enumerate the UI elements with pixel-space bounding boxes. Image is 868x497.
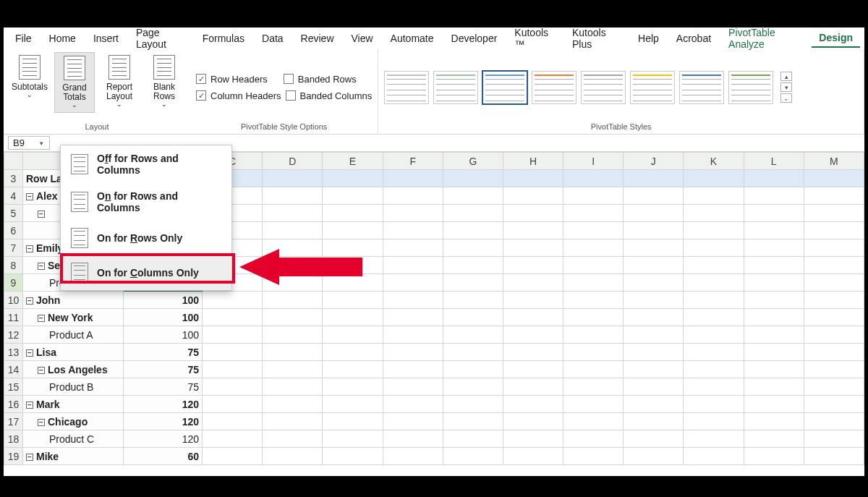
cell[interactable] bbox=[624, 257, 684, 274]
cell[interactable] bbox=[744, 413, 804, 430]
cell[interactable] bbox=[263, 274, 323, 292]
cell[interactable] bbox=[563, 326, 624, 344]
column-header[interactable]: F bbox=[383, 153, 443, 170]
grand-totals-onboth[interactable]: On for Rows and Columns bbox=[61, 183, 231, 221]
cell[interactable] bbox=[263, 361, 323, 378]
column-header[interactable]: I bbox=[563, 153, 624, 170]
cell[interactable] bbox=[263, 448, 323, 465]
row-header[interactable]: 14 bbox=[4, 361, 23, 378]
column-header[interactable]: L bbox=[744, 153, 804, 170]
pivot-row-label[interactable]: −Los Angeles bbox=[22, 361, 123, 378]
cell[interactable] bbox=[323, 344, 383, 361]
cell[interactable] bbox=[744, 170, 804, 187]
cell[interactable] bbox=[563, 274, 624, 292]
cell[interactable] bbox=[563, 413, 624, 430]
tab-kutools-plus[interactable]: Kutools Plus bbox=[565, 24, 628, 53]
cell[interactable] bbox=[503, 413, 563, 430]
pivot-style-thumb[interactable] bbox=[679, 71, 724, 104]
cell[interactable] bbox=[804, 430, 864, 448]
cell[interactable] bbox=[443, 396, 503, 413]
pivot-row-label[interactable]: −John bbox=[22, 292, 123, 309]
grand-totals-oncols[interactable]: On for Columns Only bbox=[61, 255, 231, 290]
cell[interactable] bbox=[563, 396, 624, 413]
cell[interactable] bbox=[624, 187, 684, 205]
cell[interactable] bbox=[203, 309, 263, 326]
cell[interactable] bbox=[443, 448, 503, 465]
cell[interactable] bbox=[624, 378, 684, 396]
cell[interactable] bbox=[624, 239, 684, 257]
cell[interactable] bbox=[563, 378, 624, 396]
cell[interactable] bbox=[383, 430, 443, 448]
cell[interactable] bbox=[684, 326, 744, 344]
cell[interactable] bbox=[804, 239, 864, 257]
cell[interactable] bbox=[443, 292, 503, 309]
cell[interactable] bbox=[563, 257, 624, 274]
column-header[interactable]: K bbox=[684, 153, 744, 170]
select-all-cell[interactable] bbox=[4, 153, 23, 170]
cell[interactable] bbox=[744, 396, 804, 413]
cell[interactable] bbox=[804, 326, 864, 344]
grand-totals-onrows[interactable]: On for Rows Only bbox=[61, 221, 231, 255]
cell[interactable] bbox=[563, 170, 624, 187]
styles-more-icon[interactable]: ⌄ bbox=[780, 93, 792, 103]
pivot-row-label[interactable]: −Lisa bbox=[22, 344, 123, 361]
cell[interactable] bbox=[804, 257, 864, 274]
pivot-row-label[interactable]: −Mark bbox=[22, 396, 123, 413]
cell[interactable] bbox=[443, 430, 503, 448]
cell[interactable] bbox=[383, 187, 443, 205]
collapse-icon[interactable]: − bbox=[26, 349, 33, 357]
pivot-row-label[interactable]: Product B bbox=[22, 378, 123, 396]
cell[interactable] bbox=[323, 170, 383, 187]
cell[interactable] bbox=[684, 257, 744, 274]
row-header[interactable]: 8 bbox=[4, 257, 23, 274]
styles-scroll-down-icon[interactable]: ▾ bbox=[780, 82, 792, 92]
cell[interactable] bbox=[624, 205, 684, 222]
row-header[interactable]: 7 bbox=[4, 239, 23, 257]
pivot-value-cell[interactable]: 60 bbox=[124, 448, 203, 465]
tab-automate[interactable]: Automate bbox=[383, 30, 441, 47]
cell[interactable] bbox=[263, 205, 323, 222]
cell[interactable] bbox=[383, 344, 443, 361]
cell[interactable] bbox=[263, 292, 323, 309]
cell[interactable] bbox=[684, 413, 744, 430]
tab-pivottable-analyze[interactable]: PivotTable Analyze bbox=[721, 24, 809, 53]
row-header[interactable]: 18 bbox=[4, 430, 23, 448]
cell[interactable] bbox=[443, 413, 503, 430]
cell[interactable] bbox=[383, 292, 443, 309]
cell[interactable] bbox=[563, 448, 624, 465]
pivottable-styles-gallery[interactable] bbox=[384, 71, 773, 104]
cell[interactable] bbox=[804, 361, 864, 378]
cell[interactable] bbox=[503, 309, 563, 326]
tab-file[interactable]: File bbox=[8, 30, 39, 47]
cell[interactable] bbox=[804, 170, 864, 187]
cell[interactable] bbox=[323, 361, 383, 378]
cell[interactable] bbox=[263, 344, 323, 361]
cell[interactable] bbox=[323, 326, 383, 344]
banded-rows-checkbox[interactable]: Banded Rows bbox=[284, 74, 357, 85]
cell[interactable] bbox=[323, 205, 383, 222]
cell[interactable] bbox=[684, 222, 744, 239]
cell[interactable] bbox=[563, 344, 624, 361]
pivot-style-thumb[interactable] bbox=[482, 71, 527, 104]
collapse-icon[interactable]: − bbox=[38, 419, 45, 426]
tab-kutools-[interactable]: Kutools ™ bbox=[507, 24, 562, 53]
report-layout-button[interactable]: Report Layout⌄ bbox=[99, 52, 140, 111]
cell[interactable] bbox=[323, 448, 383, 465]
cell[interactable] bbox=[684, 430, 744, 448]
collapse-icon[interactable]: − bbox=[26, 193, 33, 200]
cell[interactable] bbox=[503, 239, 563, 257]
cell[interactable] bbox=[744, 205, 804, 222]
pivot-row-label[interactable]: −Chicago bbox=[22, 413, 123, 430]
cell[interactable] bbox=[804, 344, 864, 361]
cell[interactable] bbox=[684, 239, 744, 257]
cell[interactable] bbox=[383, 361, 443, 378]
row-header[interactable]: 3 bbox=[4, 170, 23, 187]
row-headers-checkbox[interactable]: ✓Row Headers bbox=[196, 74, 268, 85]
row-header[interactable]: 9 bbox=[4, 274, 23, 292]
cell[interactable] bbox=[503, 430, 563, 448]
row-header[interactable]: 16 bbox=[4, 396, 23, 413]
cell[interactable] bbox=[443, 205, 503, 222]
cell[interactable] bbox=[203, 378, 263, 396]
cell[interactable] bbox=[503, 292, 563, 309]
cell[interactable] bbox=[383, 222, 443, 239]
